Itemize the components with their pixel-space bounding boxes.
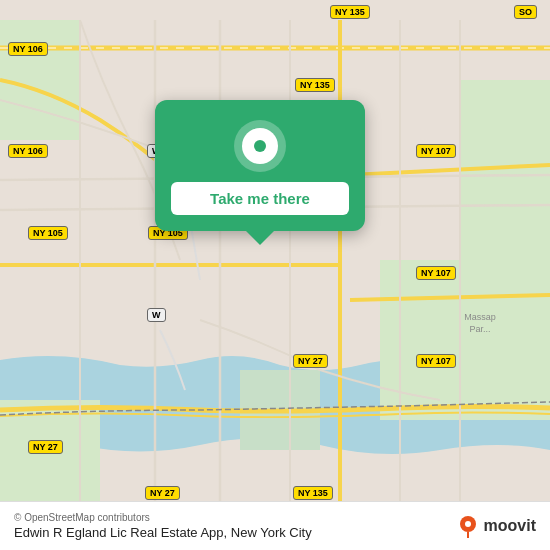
pin-dot [254, 140, 266, 152]
svg-rect-3 [380, 260, 550, 420]
route-shield-ny27-left: NY 27 [28, 440, 63, 454]
bottom-bar: © OpenStreetMap contributors Edwin R Egl… [0, 501, 550, 550]
route-shield-ny107-lower: NY 107 [416, 354, 456, 368]
location-name: Edwin R Egland Lic Real Estate App, New … [14, 525, 312, 540]
svg-rect-1 [0, 20, 80, 140]
route-shield-ny106-left: NY 106 [8, 42, 48, 56]
route-shield-ny105-left: NY 105 [28, 226, 68, 240]
route-shield-ny107-right: NY 107 [416, 144, 456, 158]
route-shield-ny107-mid: NY 107 [416, 266, 456, 280]
route-shield-ny135-lower: NY 135 [293, 486, 333, 500]
route-shield-ny27-mid: NY 27 [293, 354, 328, 368]
route-shield-ny135-upper: NY 135 [295, 78, 335, 92]
svg-text:Massap: Massap [464, 312, 496, 322]
copyright-text: © OpenStreetMap contributors [14, 512, 312, 523]
svg-text:Par...: Par... [469, 324, 490, 334]
map-container: Massap Par... NY 135 SO NY 106 NY 135 NY… [0, 0, 550, 550]
location-pin-icon [234, 120, 286, 172]
bottom-bar-left: © OpenStreetMap contributors Edwin R Egl… [14, 512, 312, 540]
moovit-pin-icon [456, 514, 480, 538]
route-shield-so: SO [514, 5, 537, 19]
popup-card: Take me there [155, 100, 365, 231]
map-svg: Massap Par... [0, 0, 550, 550]
moovit-logo: moovit [456, 514, 536, 538]
route-shield-w-lower: W [147, 308, 166, 322]
moovit-text: moovit [484, 517, 536, 535]
route-shield-ny27-lower: NY 27 [145, 486, 180, 500]
route-shield-ny106-mid: NY 106 [8, 144, 48, 158]
route-shield-ny135-top: NY 135 [330, 5, 370, 19]
take-me-there-button[interactable]: Take me there [171, 182, 349, 215]
svg-point-23 [465, 521, 471, 527]
pin-inner [242, 128, 278, 164]
